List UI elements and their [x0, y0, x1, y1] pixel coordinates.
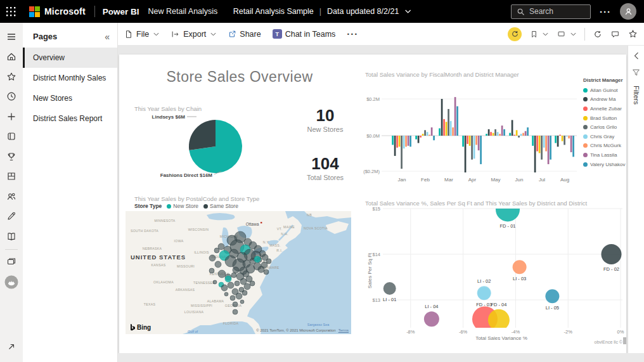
svg-text:N.Y.: N.Y.	[263, 240, 270, 244]
map-legend-item-new-store[interactable]: New Store	[167, 203, 198, 209]
legend-dot	[583, 153, 588, 157]
nav-recent-button[interactable]	[0, 87, 23, 107]
svg-text:LI - 01: LI - 01	[383, 297, 396, 302]
app-launcher-waffle-icon[interactable]	[0, 0, 22, 23]
refresh-button[interactable]	[593, 30, 602, 39]
svg-text:-6%: -6%	[459, 329, 468, 335]
legend-label: Tina Lassila	[590, 152, 617, 158]
nav-create-button[interactable]	[0, 107, 23, 127]
left-icon-rail	[0, 23, 23, 362]
nav-metrics-button[interactable]	[0, 146, 23, 167]
legend-dot	[583, 125, 588, 129]
scatter-chart[interactable]: -8%-6%-4%-2%0%$15$14$13Total Sales Varia…	[365, 204, 626, 341]
favorite-button[interactable]	[628, 29, 638, 39]
svg-text:OKLAHOMA: OKLAHOMA	[153, 280, 174, 284]
legend-item-andrew-ma[interactable]: Andrew Ma	[583, 95, 630, 105]
search-input[interactable]: Search	[511, 4, 591, 19]
diagonal-arrow-icon	[7, 342, 16, 351]
nav-shared-button[interactable]	[0, 186, 23, 207]
map-terms-link[interactable]: Terms	[338, 328, 349, 332]
filter-funnel-icon	[632, 68, 640, 77]
svg-text:VT.: VT.	[277, 227, 282, 231]
kpi-total-stores[interactable]: 104 Total Stores	[284, 155, 366, 181]
file-icon	[124, 30, 133, 39]
page-tab-district-sales-report[interactable]: District Sales Report	[23, 108, 117, 129]
legend-item-chris-mcgurk[interactable]: Chris McGurk	[583, 141, 630, 151]
comment-icon	[610, 30, 620, 39]
svg-text:$13: $13	[372, 297, 380, 303]
pages-collapse-button[interactable]: «	[105, 34, 110, 40]
legend-label: Brad Sutton	[590, 115, 617, 121]
nav-menu-button[interactable]	[0, 27, 23, 47]
actionbar-more-button[interactable]: ···	[347, 29, 358, 39]
legend-label: Valery Ushakov	[590, 162, 625, 167]
bookmark-icon	[530, 30, 538, 39]
nav-apps-button[interactable]	[0, 167, 23, 187]
top-nav-bar: Microsoft Power BI New Retail Analysis R…	[0, 0, 644, 23]
topbar-divider	[94, 6, 95, 17]
filters-pane-collapsed[interactable]: Filters	[628, 46, 644, 353]
legend-item-brad-sutton[interactable]: Brad Sutton	[583, 113, 630, 123]
page-scrollbar-nub[interactable]	[623, 337, 626, 344]
report-action-bar: File Export Share T Chat in Teams ···	[118, 23, 644, 46]
legend-item-chris-gray[interactable]: Chris Gray	[583, 132, 630, 141]
report-footer-note: obviEnce llc ©	[595, 340, 622, 344]
legend-label: Allan Guinot	[590, 87, 618, 93]
bing-logo[interactable]: Bing	[130, 324, 151, 331]
pages-panel: Pages « OverviewDistrict Monthly SalesNe…	[23, 23, 118, 362]
legend-label: Chris McGurk	[590, 143, 621, 148]
map-legend-items: New StoreSame Store	[167, 203, 238, 209]
legend-dot	[167, 204, 171, 209]
svg-text:Sargasso Sea: Sargasso Sea	[307, 323, 330, 326]
nav-workspaces-button[interactable]	[0, 252, 23, 273]
kpi-total-stores-label: Total Stores	[284, 174, 366, 181]
topbar-more-button[interactable]: ···	[600, 6, 611, 17]
nav-my-workspace-button[interactable]	[0, 272, 23, 292]
file-menu-button[interactable]: File	[124, 30, 159, 39]
data-hub-icon	[6, 131, 16, 141]
nav-home-button[interactable]	[0, 47, 23, 67]
legend-item-tina-lassila[interactable]: Tina Lassila	[583, 150, 630, 160]
nav-datahub-button[interactable]	[0, 127, 23, 147]
report-page-title: Store Sales Overview	[126, 68, 354, 86]
report-header[interactable]: Retail Analysis Sample | Data updated 8/…	[233, 7, 411, 16]
view-menu-button[interactable]	[557, 30, 576, 38]
legend-item-carlos-grilo[interactable]: Carlos Grilo	[583, 122, 630, 132]
account-avatar[interactable]	[620, 3, 636, 20]
export-menu-button[interactable]: Export	[171, 30, 216, 39]
chat-in-teams-button[interactable]: T Chat in Teams	[273, 29, 336, 39]
legend-label: Same Store	[210, 203, 238, 209]
svg-text:ALABAMA: ALABAMA	[207, 299, 224, 303]
bookmarks-button[interactable]	[530, 30, 548, 39]
comments-button[interactable]	[610, 30, 620, 39]
page-tab-overview[interactable]: Overview	[23, 48, 117, 68]
person-icon	[624, 7, 633, 16]
map-visual[interactable]: MINNESOTASOUTH DAKOTAWISCONSINMICHIGANIO…	[126, 211, 351, 334]
nav-favorites-button[interactable]	[0, 67, 23, 87]
filters-pane-label: Filters	[633, 86, 640, 105]
nav-pipelines-button[interactable]	[0, 207, 23, 227]
kpi-new-stores-label: New Stores	[284, 126, 366, 133]
page-tab-district-monthly-sales[interactable]: District Monthly Sales	[23, 68, 117, 88]
svg-text:TENNESSEE: TENNESSEE	[193, 281, 215, 285]
svg-text:Lindseys $6M: Lindseys $6M	[152, 114, 186, 120]
svg-text:FD - 04: FD - 04	[491, 302, 506, 307]
map-legend-item-same-store[interactable]: Same Store	[203, 203, 238, 209]
reset-to-default-button[interactable]	[508, 27, 522, 41]
legend-item-allan-guinot[interactable]: Allan Guinot	[583, 86, 630, 95]
share-label: Share	[240, 30, 261, 39]
kpi-new-stores[interactable]: 10 New Stores	[284, 107, 366, 133]
legend-item-valery-ushakov[interactable]: Valery Ushakov	[583, 160, 630, 169]
svg-text:FD - 03: FD - 03	[476, 302, 492, 307]
nav-expand-button[interactable]	[0, 337, 23, 358]
bar-chart[interactable]: $0.2M$0.0M($0.2M)JanFebMarAprMayJunJulAu…	[363, 75, 581, 186]
chevron-down-icon	[404, 10, 411, 13]
pages-panel-header: Pages «	[23, 23, 117, 48]
nav-learn-button[interactable]	[0, 226, 23, 247]
product-name: Power BI	[103, 7, 139, 16]
share-button[interactable]: Share	[228, 30, 261, 39]
legend-item-annelie-zubar[interactable]: Annelie Zubar	[583, 104, 630, 113]
svg-text:Gulf of: Gulf of	[188, 330, 198, 333]
svg-text:Sales Per Sq Ft: Sales Per Sq Ft	[367, 252, 373, 288]
page-tab-new-stores[interactable]: New Stores	[23, 88, 117, 108]
